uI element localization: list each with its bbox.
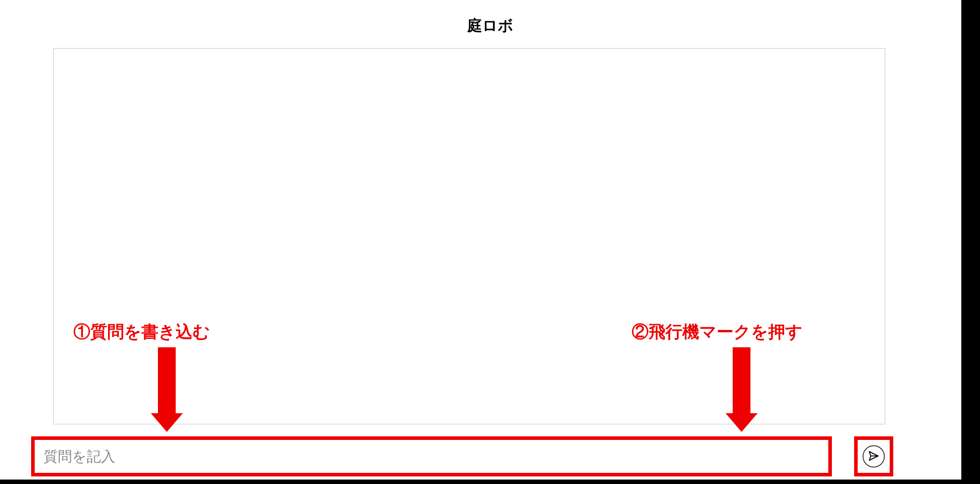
paper-plane-icon xyxy=(868,450,879,463)
arrow-down-icon xyxy=(155,347,179,432)
annotation-step-2: ②飛行機マークを押す xyxy=(632,321,803,343)
window-edge-right xyxy=(961,0,980,484)
page-title: 庭ロボ xyxy=(0,16,980,36)
question-input[interactable] xyxy=(44,448,819,465)
send-button[interactable] xyxy=(863,445,885,468)
arrow-down-icon xyxy=(730,347,754,432)
input-highlight-box xyxy=(31,436,832,476)
send-highlight-box xyxy=(854,436,893,476)
app-container: 庭ロボ ①質問を書き込む ②飛行機マークを押す xyxy=(0,0,980,484)
window-edge-bottom xyxy=(0,480,980,484)
annotation-step-1: ①質問を書き込む xyxy=(73,321,210,343)
